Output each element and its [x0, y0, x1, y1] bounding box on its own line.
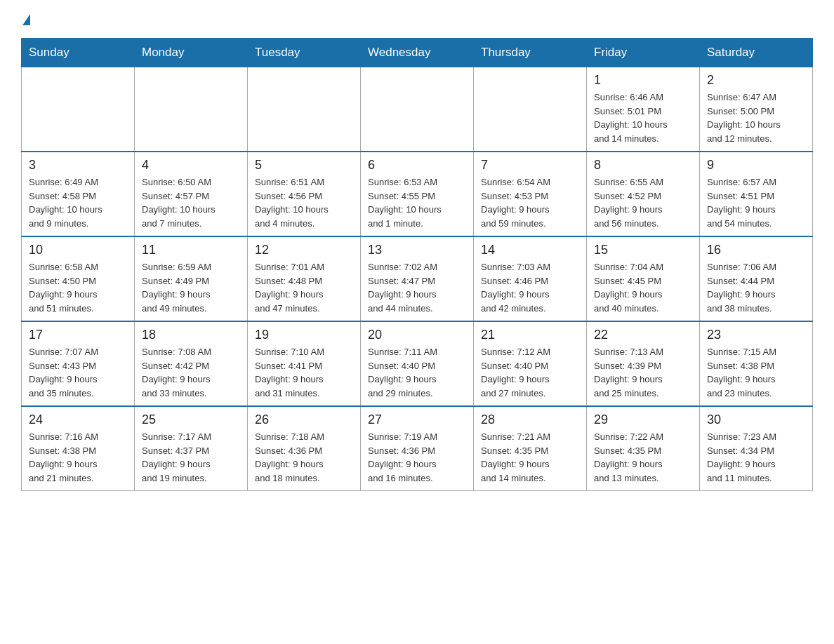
day-number: 10 [29, 243, 127, 257]
calendar-cell: 25Sunrise: 7:17 AM Sunset: 4:37 PM Dayli… [135, 406, 248, 491]
day-number: 11 [142, 243, 240, 257]
day-info: Sunrise: 7:10 AM Sunset: 4:41 PM Dayligh… [255, 345, 353, 400]
day-info: Sunrise: 6:46 AM Sunset: 5:01 PM Dayligh… [594, 90, 692, 145]
day-info: Sunrise: 6:59 AM Sunset: 4:49 PM Dayligh… [142, 260, 240, 315]
day-info: Sunrise: 7:06 AM Sunset: 4:44 PM Dayligh… [707, 260, 805, 315]
calendar-cell: 19Sunrise: 7:10 AM Sunset: 4:41 PM Dayli… [248, 321, 361, 406]
day-info: Sunrise: 7:16 AM Sunset: 4:38 PM Dayligh… [29, 430, 127, 485]
calendar-cell: 21Sunrise: 7:12 AM Sunset: 4:40 PM Dayli… [474, 321, 587, 406]
day-number: 6 [368, 158, 466, 173]
weekday-header-monday: Monday [135, 39, 248, 67]
weekday-header-row: SundayMondayTuesdayWednesdayThursdayFrid… [22, 39, 813, 67]
calendar-cell: 28Sunrise: 7:21 AM Sunset: 4:35 PM Dayli… [474, 406, 587, 491]
calendar-cell [22, 67, 135, 152]
calendar-cell: 11Sunrise: 6:59 AM Sunset: 4:49 PM Dayli… [135, 236, 248, 321]
calendar-cell: 22Sunrise: 7:13 AM Sunset: 4:39 PM Dayli… [587, 321, 700, 406]
day-number: 23 [707, 328, 805, 342]
day-number: 18 [142, 328, 240, 342]
calendar-cell [474, 67, 587, 152]
weekday-header-sunday: Sunday [22, 39, 135, 67]
day-info: Sunrise: 7:01 AM Sunset: 4:48 PM Dayligh… [255, 260, 353, 315]
calendar-cell [361, 67, 474, 152]
calendar-cell: 10Sunrise: 6:58 AM Sunset: 4:50 PM Dayli… [22, 236, 135, 321]
calendar-cell: 8Sunrise: 6:55 AM Sunset: 4:52 PM Daylig… [587, 152, 700, 236]
day-info: Sunrise: 7:13 AM Sunset: 4:39 PM Dayligh… [594, 345, 692, 400]
day-number: 20 [368, 328, 466, 342]
calendar-cell: 17Sunrise: 7:07 AM Sunset: 4:43 PM Dayli… [22, 321, 135, 406]
day-number: 25 [142, 412, 240, 427]
day-number: 22 [594, 328, 692, 342]
day-number: 26 [255, 412, 353, 427]
calendar-week-row-0: 1Sunrise: 6:46 AM Sunset: 5:01 PM Daylig… [22, 67, 813, 152]
day-number: 9 [707, 158, 805, 173]
calendar-cell: 27Sunrise: 7:19 AM Sunset: 4:36 PM Dayli… [361, 406, 474, 491]
day-info: Sunrise: 6:47 AM Sunset: 5:00 PM Dayligh… [707, 90, 805, 145]
day-info: Sunrise: 6:51 AM Sunset: 4:56 PM Dayligh… [255, 175, 353, 230]
day-number: 3 [29, 158, 127, 173]
day-info: Sunrise: 7:17 AM Sunset: 4:37 PM Dayligh… [142, 430, 240, 485]
weekday-header-wednesday: Wednesday [361, 39, 474, 67]
calendar-cell: 3Sunrise: 6:49 AM Sunset: 4:58 PM Daylig… [22, 152, 135, 236]
calendar-table: SundayMondayTuesdayWednesdayThursdayFrid… [21, 38, 813, 491]
page-header [21, 14, 813, 24]
calendar-cell: 5Sunrise: 6:51 AM Sunset: 4:56 PM Daylig… [248, 152, 361, 236]
calendar-cell: 26Sunrise: 7:18 AM Sunset: 4:36 PM Dayli… [248, 406, 361, 491]
day-info: Sunrise: 7:04 AM Sunset: 4:45 PM Dayligh… [594, 260, 692, 315]
weekday-header-tuesday: Tuesday [248, 39, 361, 67]
day-number: 2 [707, 73, 805, 88]
day-info: Sunrise: 7:21 AM Sunset: 4:35 PM Dayligh… [481, 430, 579, 485]
day-number: 24 [29, 412, 127, 427]
day-number: 12 [255, 243, 353, 257]
calendar-cell: 6Sunrise: 6:53 AM Sunset: 4:55 PM Daylig… [361, 152, 474, 236]
day-number: 30 [707, 412, 805, 427]
day-info: Sunrise: 6:57 AM Sunset: 4:51 PM Dayligh… [707, 175, 805, 230]
day-number: 4 [142, 158, 240, 173]
day-info: Sunrise: 7:07 AM Sunset: 4:43 PM Dayligh… [29, 345, 127, 400]
calendar-cell: 24Sunrise: 7:16 AM Sunset: 4:38 PM Dayli… [22, 406, 135, 491]
logo [21, 14, 30, 24]
day-number: 16 [707, 243, 805, 257]
calendar-cell: 14Sunrise: 7:03 AM Sunset: 4:46 PM Dayli… [474, 236, 587, 321]
day-info: Sunrise: 6:54 AM Sunset: 4:53 PM Dayligh… [481, 175, 579, 230]
day-number: 7 [481, 158, 579, 173]
calendar-week-row-3: 17Sunrise: 7:07 AM Sunset: 4:43 PM Dayli… [22, 321, 813, 406]
calendar-cell: 18Sunrise: 7:08 AM Sunset: 4:42 PM Dayli… [135, 321, 248, 406]
day-info: Sunrise: 6:50 AM Sunset: 4:57 PM Dayligh… [142, 175, 240, 230]
calendar-cell: 13Sunrise: 7:02 AM Sunset: 4:47 PM Dayli… [361, 236, 474, 321]
day-info: Sunrise: 7:03 AM Sunset: 4:46 PM Dayligh… [481, 260, 579, 315]
day-number: 14 [481, 243, 579, 257]
calendar-cell: 2Sunrise: 6:47 AM Sunset: 5:00 PM Daylig… [700, 67, 813, 152]
day-info: Sunrise: 7:02 AM Sunset: 4:47 PM Dayligh… [368, 260, 466, 315]
calendar-cell: 30Sunrise: 7:23 AM Sunset: 4:34 PM Dayli… [700, 406, 813, 491]
day-info: Sunrise: 6:55 AM Sunset: 4:52 PM Dayligh… [594, 175, 692, 230]
weekday-header-friday: Friday [587, 39, 700, 67]
calendar-week-row-2: 10Sunrise: 6:58 AM Sunset: 4:50 PM Dayli… [22, 236, 813, 321]
day-info: Sunrise: 7:08 AM Sunset: 4:42 PM Dayligh… [142, 345, 240, 400]
calendar-cell: 15Sunrise: 7:04 AM Sunset: 4:45 PM Dayli… [587, 236, 700, 321]
day-info: Sunrise: 6:53 AM Sunset: 4:55 PM Dayligh… [368, 175, 466, 230]
day-info: Sunrise: 7:11 AM Sunset: 4:40 PM Dayligh… [368, 345, 466, 400]
day-number: 17 [29, 328, 127, 342]
day-number: 28 [481, 412, 579, 427]
day-number: 15 [594, 243, 692, 257]
day-info: Sunrise: 7:12 AM Sunset: 4:40 PM Dayligh… [481, 345, 579, 400]
day-number: 8 [594, 158, 692, 173]
day-number: 19 [255, 328, 353, 342]
day-info: Sunrise: 7:23 AM Sunset: 4:34 PM Dayligh… [707, 430, 805, 485]
calendar-cell: 7Sunrise: 6:54 AM Sunset: 4:53 PM Daylig… [474, 152, 587, 236]
calendar-week-row-1: 3Sunrise: 6:49 AM Sunset: 4:58 PM Daylig… [22, 152, 813, 236]
day-number: 5 [255, 158, 353, 173]
calendar-cell: 23Sunrise: 7:15 AM Sunset: 4:38 PM Dayli… [700, 321, 813, 406]
day-info: Sunrise: 7:15 AM Sunset: 4:38 PM Dayligh… [707, 345, 805, 400]
calendar-cell [135, 67, 248, 152]
day-number: 1 [594, 73, 692, 88]
day-info: Sunrise: 7:19 AM Sunset: 4:36 PM Dayligh… [368, 430, 466, 485]
day-number: 13 [368, 243, 466, 257]
calendar-week-row-4: 24Sunrise: 7:16 AM Sunset: 4:38 PM Dayli… [22, 406, 813, 491]
calendar-cell: 16Sunrise: 7:06 AM Sunset: 4:44 PM Dayli… [700, 236, 813, 321]
day-number: 27 [368, 412, 466, 427]
calendar-cell: 12Sunrise: 7:01 AM Sunset: 4:48 PM Dayli… [248, 236, 361, 321]
calendar-cell: 1Sunrise: 6:46 AM Sunset: 5:01 PM Daylig… [587, 67, 700, 152]
calendar-cell: 29Sunrise: 7:22 AM Sunset: 4:35 PM Dayli… [587, 406, 700, 491]
calendar-cell: 9Sunrise: 6:57 AM Sunset: 4:51 PM Daylig… [700, 152, 813, 236]
